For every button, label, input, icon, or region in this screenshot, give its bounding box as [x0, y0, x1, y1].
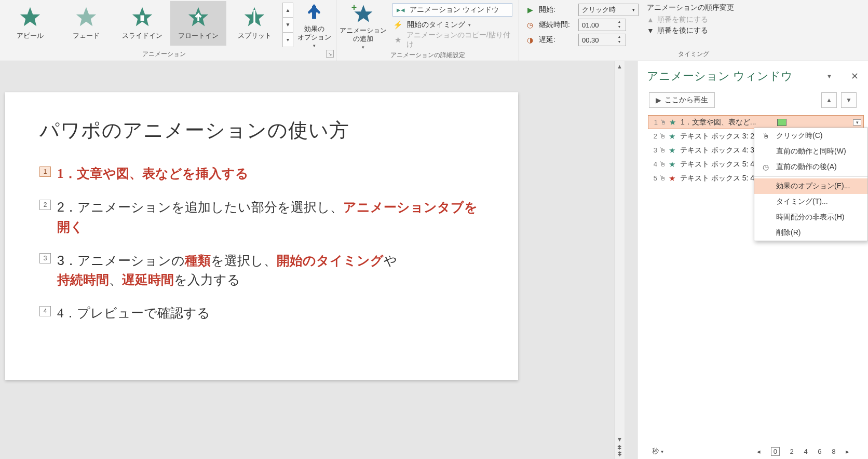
play-icon: ▶: [656, 96, 661, 104]
svg-rect-3: [141, 16, 144, 21]
move-later[interactable]: ▼順番を後にする: [647, 26, 734, 35]
delay-input[interactable]: 00.30 ▲▼: [578, 34, 626, 46]
star-icon: ★: [669, 132, 678, 141]
mouse-icon: 🖱: [659, 174, 667, 182]
mouse-icon: 🖱: [659, 160, 667, 168]
anim-split[interactable]: スプリット: [226, 1, 282, 46]
pane-title: アニメーション ウィンドウ: [647, 68, 793, 84]
gallery-up[interactable]: ▲: [283, 3, 293, 18]
start-dropdown[interactable]: クリック時▾: [578, 4, 639, 16]
mouse-icon: 🖱: [660, 118, 667, 126]
anim-tag[interactable]: 1: [39, 166, 51, 177]
next-slide-icon[interactable]: ⯯: [617, 451, 622, 457]
anim-appear[interactable]: アピール: [2, 1, 58, 46]
animation-gallery: アピール フェード スライドイン フロートイン スプリット: [2, 1, 282, 49]
svg-marker-8: [354, 5, 372, 22]
svg-marker-1: [76, 7, 97, 26]
start-row: ▶ 開始: クリック時▾: [525, 3, 639, 17]
anim-list-item[interactable]: 1 🖱 ★ 1．文章や図、表など... ▾: [648, 115, 864, 129]
caret-icon: ▾: [468, 22, 471, 27]
painter-label: アニメーションのコピー/貼り付け: [406, 31, 512, 49]
bullet-1: 1 1．文章や図、表などを挿入する: [39, 164, 484, 183]
painter-icon: ★: [392, 35, 403, 45]
prev-slide-icon[interactable]: ⯭: [617, 444, 622, 451]
close-pane-icon[interactable]: ✕: [851, 71, 859, 82]
tick-right[interactable]: ▸: [846, 448, 849, 455]
gallery-down[interactable]: ▼: [283, 18, 293, 32]
tick-left[interactable]: ◂: [757, 448, 761, 455]
menu-after-previous[interactable]: ◷直前の動作の後(A): [754, 159, 867, 175]
mouse-icon: 🖱: [659, 146, 667, 154]
reorder-title: アニメーションの順序変更: [647, 3, 734, 13]
star-icon: ★: [669, 160, 678, 169]
play-label: ここから再生: [664, 95, 708, 105]
group-label-animation: アニメーション: [142, 50, 186, 58]
duration-row: ◷ 継続時間: 01.00 ▲▼: [525, 18, 639, 32]
delay-icon: ◑: [525, 36, 535, 44]
gallery-more[interactable]: ▾: [283, 33, 293, 47]
anim-slidein[interactable]: スライドイン: [114, 1, 170, 46]
menu-with-previous[interactable]: 直前の動作と同時(W): [754, 144, 867, 159]
scroll-up-icon[interactable]: ▲: [617, 63, 622, 69]
anim-fade[interactable]: フェード: [58, 1, 114, 46]
svg-marker-0: [20, 7, 40, 26]
group-detail: + アニメーション の追加 ▾ ▸◂ アニメーション ウィンドウ ⚡ 開始のタイ…: [336, 0, 519, 61]
play-from-button[interactable]: ▶ ここから再生: [649, 92, 715, 108]
scroll-down-icon[interactable]: ▼: [617, 436, 622, 442]
pane-splitter[interactable]: [625, 61, 637, 459]
timing-column: ▶ 開始: クリック時▾ ◷ 継続時間: 01.00 ▲▼ ◑ 遅延: [521, 1, 643, 49]
effect-options-button[interactable]: 効果の オプション ▾: [294, 1, 334, 49]
group-timing: ▶ 開始: クリック時▾ ◷ 継続時間: 01.00 ▲▼ ◑ 遅延: [519, 0, 868, 61]
plus-icon: +: [351, 2, 357, 13]
add-animation-button[interactable]: + アニメーション の追加 ▾: [338, 1, 388, 50]
move-down-button[interactable]: ▼: [841, 92, 857, 108]
anim-tag[interactable]: 2: [39, 200, 51, 210]
caret-icon: ▾: [313, 43, 316, 48]
animation-painter: ★ アニメーションのコピー/貼り付け: [392, 33, 512, 47]
pane-menu-caret[interactable]: ▼: [826, 73, 832, 79]
trigger-label: 開始のタイミング: [407, 20, 465, 30]
start-label: 開始:: [539, 5, 574, 15]
anim-floatin[interactable]: フロートイン: [170, 1, 226, 46]
move-up-button[interactable]: ▲: [821, 92, 837, 108]
spinner[interactable]: ▲▼: [616, 20, 622, 30]
star-icon: ★: [669, 146, 678, 155]
earlier-label: 順番を前にする: [657, 15, 708, 24]
effect-options-label: 効果の オプション: [297, 25, 331, 42]
slide[interactable]: パワポのアニメーションの使い方 1 1．文章や図、表などを挿入する 2 2．アニ…: [5, 92, 518, 380]
separator: [754, 176, 867, 177]
bullet-text: 4．プレビューで確認する: [57, 304, 210, 323]
menu-remove[interactable]: 削除(R): [754, 225, 867, 241]
add-animation-label: アニメーション の追加: [340, 26, 387, 44]
pane-label: アニメーション ウィンドウ: [410, 5, 499, 15]
menu-on-click[interactable]: 🖱クリック時(C): [754, 128, 867, 144]
context-menu: 🖱クリック時(C) 直前の動作と同時(W) ◷直前の動作の後(A) 効果のオプシ…: [754, 128, 868, 241]
group-animation: アピール フェード スライドイン フロートイン スプリット: [0, 0, 336, 61]
clock-icon: ◷: [761, 163, 771, 171]
timeline-ticks: ◂ 0 2 4 6 8 ▸: [753, 448, 853, 455]
trigger-icon: ⚡: [392, 20, 404, 30]
duration-input[interactable]: 01.00 ▲▼: [578, 19, 626, 31]
menu-effect-options[interactable]: 効果のオプション(E)...: [754, 178, 867, 194]
duration-label: 継続時間:: [539, 20, 574, 30]
spinner[interactable]: ▲▼: [616, 35, 622, 45]
menu-hide-timeline[interactable]: 時間配分の非表示(H): [754, 210, 867, 225]
star-icon: ★: [669, 174, 678, 183]
animation-list: 1 🖱 ★ 1．文章や図、表など... ▾ 2 🖱 ★ テキスト ボックス 3:…: [638, 115, 868, 185]
anim-label: フロートイン: [178, 31, 219, 40]
detail-column: ▸◂ アニメーション ウィンドウ ⚡ 開始のタイミング ▾ ★ アニメーションの…: [388, 1, 517, 50]
dialog-launcher[interactable]: ↘: [326, 50, 334, 58]
main-area: パワポのアニメーションの使い方 1 1．文章や図、表などを挿入する 2 2．アニ…: [0, 61, 868, 459]
ribbon: アピール フェード スライドイン フロートイン スプリット: [0, 0, 868, 61]
anim-tag[interactable]: 4: [39, 306, 51, 316]
menu-timing[interactable]: タイミング(T)...: [754, 194, 867, 210]
caret-icon[interactable]: ▾: [661, 449, 663, 454]
item-dropdown[interactable]: ▾: [853, 119, 861, 126]
animation-pane-toggle[interactable]: ▸◂ アニメーション ウィンドウ: [392, 3, 512, 17]
caret-icon: ▾: [362, 45, 364, 50]
anim-tag[interactable]: 3: [39, 253, 51, 263]
slide-scrollbar[interactable]: ▲ ▼ ⯭ ⯯: [614, 61, 625, 459]
delay-label: 遅延:: [539, 35, 574, 45]
duration-value: 01.00: [582, 21, 599, 29]
trigger-button[interactable]: ⚡ 開始のタイミング ▾: [392, 18, 512, 32]
